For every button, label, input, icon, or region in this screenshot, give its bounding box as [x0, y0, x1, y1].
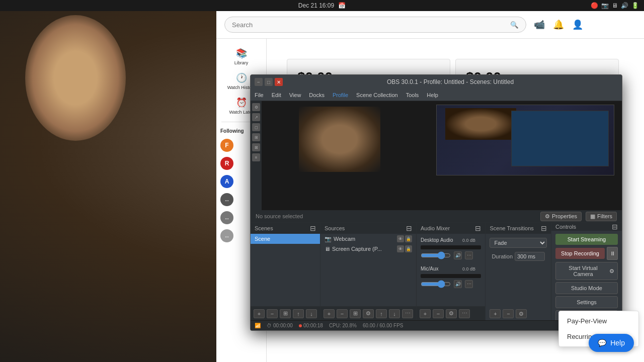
obs-scenes-up[interactable]: ↑ [293, 309, 304, 318]
obs-properties-label: Properties [552, 213, 577, 219]
obs-audio-add[interactable]: + [420, 309, 431, 318]
search-bar[interactable]: 🔍 [224, 17, 526, 33]
context-menu-pay-per-view[interactable]: Pay-Per-View [559, 313, 638, 329]
tray-icon-5[interactable]: 🔋 [631, 2, 639, 9]
obs-menu-docks[interactable]: Docks [309, 92, 325, 98]
obs-maximize-button[interactable]: □ [265, 78, 273, 86]
create-icon[interactable]: 📹 [532, 18, 546, 32]
obs-properties-button[interactable]: ⚙ Properties [540, 212, 582, 221]
obs-toolbar-icon-4[interactable]: ⊞ [252, 133, 260, 141]
obs-desktop-controls: 🔊 ⋯ [419, 250, 483, 260]
tray-icon-2[interactable]: 📷 [601, 2, 609, 9]
obs-mic-audio-db: 0.0 dB [458, 266, 475, 272]
notifications-icon[interactable]: 🔔 [551, 18, 566, 32]
obs-menu-view[interactable]: View [289, 92, 301, 98]
obs-scenes-add[interactable]: + [254, 309, 265, 318]
obs-audio-remove[interactable]: − [433, 309, 444, 318]
obs-menu-profile[interactable]: Profile [333, 92, 348, 98]
obs-sources-settings[interactable]: ⚙ [363, 309, 374, 318]
obs-audio-settings[interactable]: ⚙ [446, 309, 457, 318]
obs-start-streaming-button[interactable]: Start Streaming [555, 234, 618, 245]
obs-menu-file[interactable]: File [255, 92, 264, 98]
help-button[interactable]: 💬 Help [589, 334, 634, 352]
obs-desktop-volume-slider[interactable] [421, 251, 451, 259]
obs-start-virtual-camera-button[interactable]: Start Virtual Camera ⚙ [555, 262, 618, 280]
obs-desktop-settings-button[interactable]: ⋯ [465, 251, 473, 259]
obs-source-screen-lock-icon[interactable]: 🔒 [405, 245, 412, 252]
obs-sources-up[interactable]: ↑ [376, 309, 387, 318]
obs-filters-button[interactable]: ▦ Filters [586, 212, 617, 221]
obs-source-screencap[interactable]: 🖥 Screen Capture (P... 👁 🔒 [320, 244, 416, 254]
obs-minimize-button[interactable]: − [255, 78, 263, 86]
obs-preview: ⚙ ↗ ◻ ⊞ ⊠ ≡ [251, 101, 622, 210]
obs-desktop-audio-db: 0.0 dB [458, 238, 475, 243]
obs-audio-more[interactable]: ⋯ [459, 309, 470, 318]
obs-record-dot [299, 324, 302, 327]
obs-transitions-add[interactable]: + [490, 309, 501, 318]
obs-audio-mic: Mic/Aux 0.0 dB [419, 264, 483, 273]
obs-scenes-down[interactable]: ↓ [306, 309, 317, 318]
avatar-1: F [220, 139, 233, 152]
obs-controls-title: Controls [555, 224, 576, 230]
obs-transitions-collapse[interactable]: ⊟ [541, 224, 547, 232]
obs-menubar: File Edit View Docks Profile Scene Colle… [251, 89, 622, 101]
obs-stop-recording-button[interactable]: Stop Recording [555, 248, 605, 259]
search-button[interactable]: 🔍 [510, 21, 519, 29]
obs-sources-down[interactable]: ↓ [389, 309, 400, 318]
obs-mic-settings-button[interactable]: ⋯ [465, 280, 473, 288]
obs-settings-button[interactable]: Settings [555, 296, 618, 308]
obs-transitions-title: Scene Transitions [490, 225, 533, 231]
obs-toolbar-icon-1[interactable]: ⚙ [252, 103, 260, 111]
obs-toolbar-icon-5[interactable]: ⊠ [252, 143, 260, 151]
obs-scene-item[interactable]: Scene [251, 234, 320, 244]
obs-desktop-meter-row [419, 244, 483, 250]
obs-studio-mode-button[interactable]: Studio Mode [555, 282, 618, 294]
obs-duration: ⏱ 00:00:00 [267, 323, 293, 328]
obs-audio-collapse[interactable]: ⊟ [475, 224, 481, 232]
obs-fps: 60.00 / 60.00 FPS [363, 323, 404, 328]
obs-transition-select[interactable]: Fade [490, 238, 547, 248]
obs-menu-tools[interactable]: Tools [406, 92, 419, 98]
obs-source-screencap-icons: 👁 🔒 [397, 245, 412, 252]
obs-sources-remove[interactable]: − [337, 309, 348, 318]
obs-scenes-filter[interactable]: ⊞ [280, 309, 291, 318]
tray-icon-3[interactable]: 🖥 [612, 2, 618, 9]
sidebar-item-library[interactable]: 📚 Library [218, 45, 265, 68]
obs-menu-edit[interactable]: Edit [272, 92, 281, 98]
obs-sources-more[interactable]: ⋯ [402, 309, 413, 318]
obs-mic-volume-slider[interactable] [421, 280, 451, 288]
obs-mic-audio-meter [421, 274, 481, 278]
obs-duration-input[interactable] [515, 252, 545, 261]
obs-menu-help[interactable]: Help [427, 92, 438, 98]
obs-toolbar-icon-2[interactable]: ↗ [252, 113, 260, 121]
obs-audio-content: Desktop Audio 0.0 dB 🔊 ⋯ Mic/Aux 0.0 dB [417, 234, 485, 306]
obs-sources-collapse[interactable]: ⊟ [406, 224, 412, 232]
tray-icon-1[interactable]: 🔴 [591, 2, 598, 9]
obs-transitions-remove[interactable]: − [503, 309, 514, 318]
obs-mic-mute-button[interactable]: 🔊 [454, 280, 462, 288]
obs-transitions-settings[interactable]: ⚙ [516, 309, 527, 318]
search-input[interactable] [232, 21, 510, 29]
obs-source-lock-icon[interactable]: 🔒 [405, 235, 412, 242]
obs-menu-scene-collection[interactable]: Scene Collection [356, 92, 398, 98]
obs-close-button[interactable]: ✕ [275, 78, 283, 86]
obs-no-source-bar: No source selected ⚙ Properties ▦ Filter… [251, 210, 622, 222]
obs-desktop-mute-button[interactable]: 🔊 [454, 251, 462, 259]
obs-toolbar-icon-6[interactable]: ≡ [252, 153, 260, 161]
account-icon[interactable]: 👤 [571, 18, 585, 32]
obs-source-webcam[interactable]: 📷 Webcam 👁 🔒 [320, 234, 416, 244]
obs-toolbar-icon-3[interactable]: ◻ [252, 123, 260, 131]
obs-scenes-remove[interactable]: − [267, 309, 278, 318]
obs-sources-filter[interactable]: ⊞ [350, 309, 361, 318]
tray-icon-4[interactable]: 🔊 [621, 2, 628, 9]
obs-source-eye-icon[interactable]: 👁 [397, 235, 404, 242]
obs-scenes-collapse[interactable]: ⊟ [310, 224, 316, 232]
obs-controls-collapse[interactable]: ⊟ [612, 223, 618, 231]
obs-cpu-usage: CPU: 20.8% [329, 323, 357, 328]
obs-pause-recording-button[interactable]: ⏸ [607, 247, 618, 260]
system-bar: Dec 21 16:09 📅 🔴 📷 🖥 🔊 🔋 [0, 0, 644, 11]
obs-sources-add[interactable]: + [324, 309, 335, 318]
obs-audio-header: Audio Mixer ⊟ [417, 223, 485, 234]
obs-source-screen-eye-icon[interactable]: 👁 [397, 245, 404, 252]
avatar-6: ... [220, 229, 233, 242]
